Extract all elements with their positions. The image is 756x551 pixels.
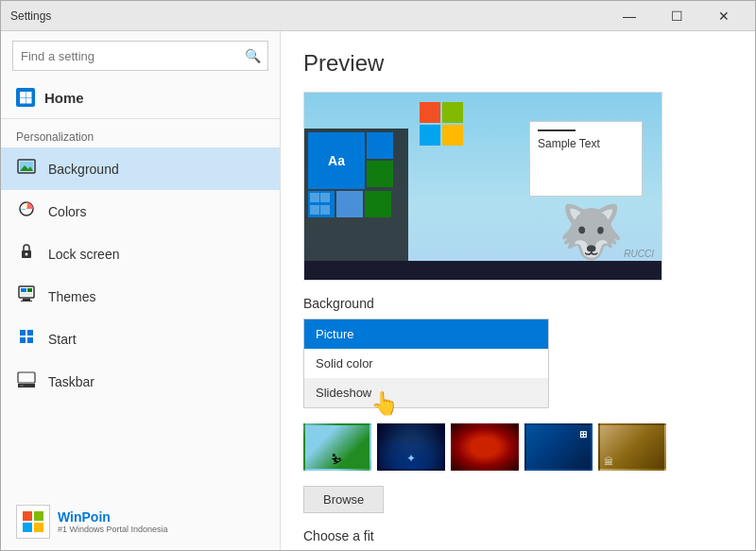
rucci-watermark: RUCCI bbox=[624, 249, 654, 259]
cursor-hand-icon: 👆 bbox=[370, 390, 399, 417]
winpoin-text-container: WinPoin #1 Windows Portal Indonesia bbox=[58, 509, 168, 534]
start-label: Start bbox=[48, 332, 77, 347]
svg-rect-20 bbox=[18, 372, 35, 383]
thumbnail-1[interactable]: ⛷ bbox=[303, 423, 371, 471]
preview-sample-line bbox=[538, 129, 576, 131]
svg-rect-12 bbox=[27, 288, 32, 292]
page-title: Preview bbox=[303, 50, 732, 77]
dropdown-item-solid-color[interactable]: Solid color bbox=[304, 349, 548, 378]
tile-green bbox=[365, 191, 391, 217]
preview-character: 🐺 bbox=[558, 201, 624, 263]
preview-sample-box: Sample Text bbox=[529, 121, 643, 197]
themes-icon bbox=[16, 284, 37, 308]
preview-sample-text-label: Sample Text bbox=[538, 137, 600, 150]
winpoin-logo: WinPoin #1 Windows Portal Indonesia bbox=[1, 493, 280, 550]
svg-rect-31 bbox=[442, 125, 463, 146]
preview-image: Aa bbox=[303, 92, 662, 281]
svg-rect-25 bbox=[34, 511, 43, 521]
sidebar-item-home[interactable]: Home bbox=[1, 80, 280, 114]
taskbar-label: Taskbar bbox=[48, 374, 94, 389]
sidebar-divider bbox=[1, 118, 280, 119]
svg-rect-16 bbox=[20, 330, 26, 336]
tile-small-2 bbox=[367, 161, 393, 187]
browse-button[interactable]: Browse bbox=[303, 486, 384, 513]
winpoin-tagline: #1 Windows Portal Indonesia bbox=[58, 525, 168, 534]
close-button[interactable]: ✕ bbox=[702, 1, 746, 31]
svg-rect-26 bbox=[23, 523, 32, 532]
svg-rect-24 bbox=[23, 511, 32, 521]
svg-rect-22 bbox=[20, 385, 24, 387]
title-bar: Settings — ☐ ✕ bbox=[1, 1, 755, 31]
minimize-button[interactable]: — bbox=[608, 1, 651, 31]
sidebar-item-start[interactable]: Start bbox=[1, 318, 280, 360]
sidebar: 🔍 Home Personalization bbox=[1, 31, 281, 550]
main-panel: Preview Aa bbox=[281, 31, 755, 550]
window-controls: — ☐ ✕ bbox=[608, 1, 746, 31]
svg-rect-13 bbox=[21, 293, 32, 296]
tile-blue bbox=[336, 191, 363, 217]
svg-point-9 bbox=[26, 253, 28, 256]
thumbnail-3[interactable] bbox=[451, 423, 519, 471]
start-icon bbox=[16, 327, 37, 351]
home-icon bbox=[16, 88, 35, 107]
main-content: 🔍 Home Personalization bbox=[1, 31, 755, 550]
dropdown-list: Picture Solid color Slideshow 👆 bbox=[303, 319, 549, 408]
themes-label: Themes bbox=[48, 289, 96, 304]
background-label: Background bbox=[48, 162, 119, 177]
section-label: Personalization bbox=[1, 123, 280, 147]
preview-start-menu: Aa bbox=[304, 129, 408, 261]
svg-rect-3 bbox=[26, 98, 32, 104]
background-dropdown[interactable]: Picture Solid color Slideshow 👆 bbox=[303, 319, 549, 408]
maximize-button[interactable]: ☐ bbox=[655, 1, 698, 31]
dropdown-item-picture[interactable]: Picture bbox=[304, 319, 548, 349]
search-input[interactable] bbox=[12, 41, 268, 71]
preview-taskbar bbox=[304, 261, 662, 280]
winpoin-icon bbox=[16, 505, 50, 539]
settings-window: Settings — ☐ ✕ 🔍 bbox=[0, 0, 756, 551]
tile-row-1: Aa bbox=[308, 132, 404, 189]
tile-row-2 bbox=[308, 191, 404, 217]
tile-small-1 bbox=[367, 132, 393, 159]
choose-fit-label: Choose a fit bbox=[303, 528, 732, 543]
svg-rect-15 bbox=[21, 301, 32, 301]
svg-rect-1 bbox=[26, 92, 32, 97]
background-icon bbox=[16, 157, 37, 181]
search-icon: 🔍 bbox=[245, 48, 261, 63]
svg-rect-0 bbox=[20, 92, 26, 97]
sidebar-item-themes[interactable]: Themes bbox=[1, 275, 280, 318]
sidebar-item-lock-screen[interactable]: Lock screen bbox=[1, 232, 280, 275]
svg-rect-11 bbox=[21, 288, 26, 292]
thumbnail-2[interactable]: ✦ bbox=[377, 423, 445, 471]
section-background-title: Background bbox=[303, 296, 732, 311]
colors-icon bbox=[16, 199, 37, 223]
sidebar-item-colors[interactable]: Colors bbox=[1, 190, 280, 232]
lock-icon bbox=[16, 242, 37, 266]
preview-windows-flag bbox=[418, 100, 465, 151]
window-title: Settings bbox=[10, 9, 608, 23]
svg-rect-28 bbox=[420, 102, 440, 123]
dropdown-item-slideshow[interactable]: Slideshow 👆 bbox=[304, 378, 548, 407]
winpoin-name: WinPoin bbox=[58, 509, 168, 525]
svg-rect-19 bbox=[27, 337, 33, 343]
taskbar-icon bbox=[16, 370, 37, 393]
sidebar-item-taskbar[interactable]: Taskbar bbox=[1, 360, 280, 403]
svg-rect-27 bbox=[34, 523, 43, 532]
svg-rect-30 bbox=[420, 125, 440, 146]
svg-rect-17 bbox=[27, 330, 33, 336]
thumbnail-list: ⛷ ✦ ⊞ 🏛 bbox=[303, 423, 732, 471]
svg-rect-29 bbox=[442, 102, 463, 123]
svg-rect-2 bbox=[20, 98, 26, 104]
thumbnail-5[interactable]: 🏛 bbox=[598, 423, 666, 471]
tile-aa: Aa bbox=[308, 132, 365, 189]
svg-rect-18 bbox=[20, 337, 26, 343]
home-label: Home bbox=[44, 90, 84, 106]
tile-grid bbox=[308, 191, 335, 217]
lock-screen-label: Lock screen bbox=[48, 247, 119, 262]
search-box: 🔍 bbox=[12, 41, 268, 71]
tile-small-group bbox=[367, 132, 393, 189]
sidebar-item-background[interactable]: Background bbox=[1, 147, 280, 190]
thumbnail-4[interactable]: ⊞ bbox=[524, 423, 593, 471]
svg-rect-14 bbox=[23, 299, 30, 301]
colors-label: Colors bbox=[48, 204, 86, 219]
